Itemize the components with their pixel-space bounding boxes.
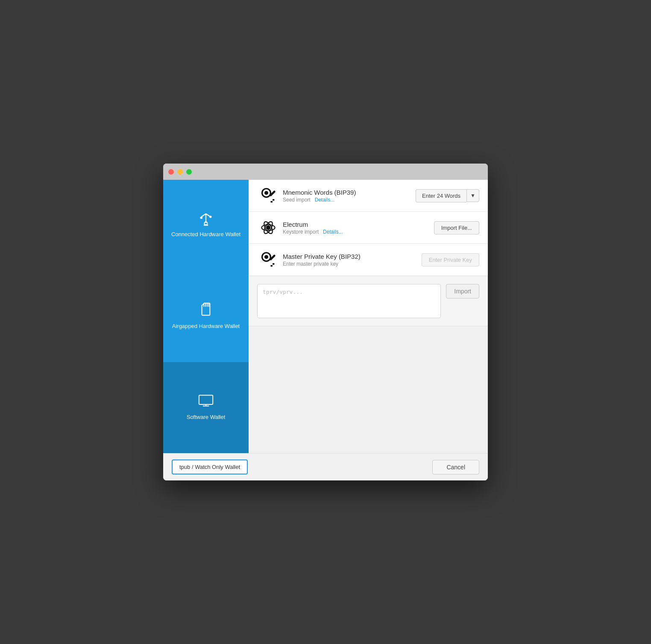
option-text-electrum: Electrum Keystore import Details... [283,221,434,235]
titlebar [163,164,488,180]
mnemonic-subtitle: Seed import Details... [283,197,416,203]
sd-icon [200,302,212,318]
minimize-button[interactable] [177,169,183,175]
master-key-subtitle-prefix: Enter master private key [283,261,338,267]
electrum-subtitle-prefix: Keystore import [283,229,319,235]
svg-point-3 [209,216,211,218]
svg-point-24 [264,255,268,259]
option-row-electrum: Electrum Keystore import Details... Impo… [249,212,488,244]
expanded-input-area: Import [249,276,488,326]
mnemonic-action: Enter 24 Words ▼ [416,189,479,202]
monitor-icon [198,394,214,409]
option-row-mnemonic: Mnemonic Words (BIP39) Seed import Detai… [249,180,488,212]
enter-private-key-button[interactable]: Enter Private Key [422,253,479,266]
master-key-subtitle: Enter master private key [283,261,422,267]
svg-rect-11 [199,395,213,404]
svg-rect-6 [204,224,208,225]
option-text-mnemonic: Mnemonic Words (BIP39) Seed import Detai… [283,189,416,203]
sidebar-label-software-wallet: Software Wallet [187,413,226,421]
svg-line-2 [201,214,206,217]
main-content: Connected Hardware Wallet Airgapped Har [163,180,488,453]
option-text-master-key: Master Private Key (BIP32) Enter master … [283,253,422,267]
svg-rect-26 [273,263,275,265]
svg-point-15 [264,191,268,195]
key-icon-master [257,252,279,268]
svg-rect-27 [270,265,273,267]
expanded-inner: Import [257,284,479,318]
svg-point-19 [266,225,270,230]
options-panel: Mnemonic Words (BIP39) Seed import Detai… [249,180,488,326]
sidebar-item-software-wallet[interactable]: Software Wallet [163,362,249,453]
window-body: Connected Hardware Wallet Airgapped Har [163,180,488,480]
watch-only-wallet-button[interactable]: tpub / Watch Only Wallet [172,460,248,474]
electrum-title: Electrum [283,221,434,228]
sidebar-label-airgapped-hardware: Airgapped Hardware Wallet [172,322,240,330]
sidebar: Connected Hardware Wallet Airgapped Har [163,180,249,453]
mnemonic-title: Mnemonic Words (BIP39) [283,189,416,196]
empty-space [249,326,488,453]
content-area: Mnemonic Words (BIP39) Seed import Detai… [249,180,488,453]
electrum-subtitle: Keystore import Details... [283,229,434,235]
import-button[interactable]: Import [446,284,479,299]
footer: tpub / Watch Only Wallet Cancel [163,453,488,480]
option-row-master-private-key: Master Private Key (BIP32) Enter master … [249,244,488,276]
mnemonic-subtitle-prefix: Seed import [283,197,311,203]
key-icon-mnemonic [257,187,279,204]
svg-rect-18 [270,201,273,203]
private-key-textarea[interactable] [257,284,441,318]
sidebar-label-connected-hardware: Connected Hardware Wallet [171,231,240,238]
sidebar-item-airgapped-hardware[interactable]: Airgapped Hardware Wallet [163,271,249,362]
maximize-button[interactable] [186,169,192,175]
electrum-action: Import File... [434,221,479,234]
electrum-icon [257,220,279,236]
import-file-button[interactable]: Import File... [434,221,479,234]
close-button[interactable] [168,169,174,175]
enter-24-words-button[interactable]: Enter 24 Words [416,189,466,202]
master-key-action: Enter Private Key [422,253,479,266]
mnemonic-details-link[interactable]: Details... [315,197,335,203]
cancel-button[interactable]: Cancel [432,460,479,474]
usb-icon [198,213,214,226]
master-key-title: Master Private Key (BIP32) [283,253,422,260]
sidebar-item-connected-hardware[interactable]: Connected Hardware Wallet [163,180,249,271]
mnemonic-dropdown-button[interactable]: ▼ [466,189,479,202]
electrum-details-link[interactable]: Details... [323,229,343,235]
svg-rect-4 [200,217,202,219]
wallet-dialog: Connected Hardware Wallet Airgapped Har [163,164,488,480]
svg-rect-17 [273,199,275,201]
